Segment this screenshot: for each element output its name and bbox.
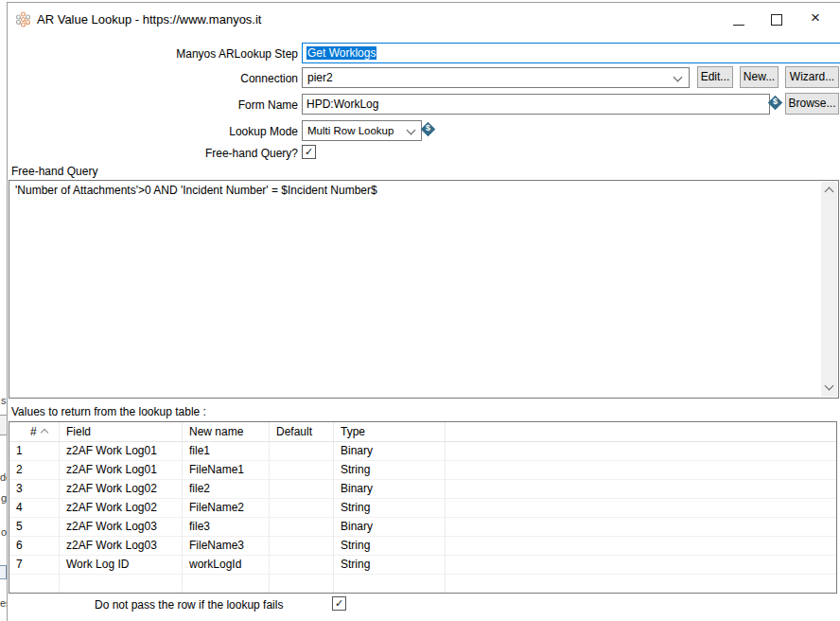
table-cell[interactable]: 2 (9, 461, 60, 479)
table-cell[interactable] (183, 575, 270, 593)
table-cell[interactable]: Binary (334, 518, 446, 536)
table-cell[interactable]: String (334, 461, 446, 479)
connection-label: Connection (133, 72, 298, 85)
column-header-number[interactable]: # (9, 422, 60, 441)
lookup-table-label: Values to return from the lookup table : (11, 405, 206, 418)
table-cell[interactable]: Binary (334, 480, 446, 498)
chevron-down-icon (407, 126, 416, 135)
column-header-filler (446, 422, 836, 441)
close-icon: × (811, 9, 820, 27)
table-row[interactable]: 6z2AF Work Log03FileName3String (9, 537, 836, 556)
table-row[interactable]: 3z2AF Work Log02file2Binary (9, 480, 836, 499)
table-cell[interactable] (334, 575, 446, 593)
lookup-mode-label: Lookup Mode (133, 125, 298, 138)
window-title: AR Value Lookup - https://www.manyos.it (37, 12, 261, 27)
table-cell[interactable]: 7 (9, 556, 60, 574)
no-pass-row-checkbox[interactable]: ✓ (332, 596, 346, 611)
title-bar[interactable]: AR Value Lookup - https://www.manyos.it … (8, 3, 840, 35)
table-body: 1z2AF Work Log01file1Binary2z2AF Work Lo… (9, 442, 836, 594)
wizard-button[interactable]: Wizard... (785, 66, 839, 88)
table-cell-filler (446, 518, 836, 536)
form-name-label: Form Name (133, 98, 298, 112)
ar-value-lookup-dialog: AR Value Lookup - https://www.manyos.it … (7, 2, 840, 621)
table-cell[interactable]: Binary (334, 442, 446, 460)
lookup-mode-value: Multi Row Lookup (307, 125, 394, 136)
table-cell[interactable]: 3 (9, 480, 60, 498)
column-header-field[interactable]: Field (60, 422, 183, 441)
table-cell[interactable]: z2AF Work Log02 (60, 499, 183, 517)
table-cell[interactable]: FileName1 (183, 461, 270, 479)
table-cell[interactable]: workLogId (183, 556, 270, 574)
table-cell-filler (446, 575, 836, 593)
table-cell[interactable]: 5 (9, 518, 60, 536)
table-cell[interactable] (270, 461, 334, 479)
table-cell[interactable]: 6 (9, 537, 60, 555)
app-logo-icon (15, 11, 31, 27)
table-cell[interactable] (60, 575, 183, 593)
form-name-input[interactable]: HPD:WorkLog (302, 94, 770, 115)
table-cell[interactable]: z2AF Work Log02 (60, 480, 183, 498)
background-text-fragment: s (1, 395, 7, 406)
table-cell[interactable]: z2AF Work Log03 (60, 518, 183, 536)
table-cell[interactable] (270, 537, 334, 555)
table-cell[interactable] (270, 480, 334, 498)
table-row[interactable] (9, 575, 836, 594)
column-header-default[interactable]: Default (270, 422, 334, 441)
freehand-query-label: Free-hand Query? (133, 147, 298, 160)
table-cell-filler (446, 556, 836, 574)
table-row[interactable]: 4z2AF Work Log02FileName2String (9, 499, 836, 518)
form-name-value: HPD:WorkLog (306, 98, 378, 111)
column-header-type[interactable]: Type (334, 422, 446, 441)
no-pass-row-label: Do not pass the row if the lookup fails (95, 598, 283, 612)
connection-select[interactable]: pier2 (302, 67, 690, 88)
checkmark-icon: ✓ (335, 597, 343, 609)
table-cell[interactable]: z2AF Work Log01 (60, 461, 183, 479)
freehand-query-checkbox[interactable]: ✓ (302, 145, 316, 159)
table-cell[interactable]: file3 (183, 518, 270, 536)
edit-button[interactable]: Edit... (697, 66, 733, 88)
table-cell[interactable]: FileName2 (183, 499, 270, 517)
table-cell[interactable]: FileName3 (183, 537, 270, 555)
table-cell[interactable]: String (334, 556, 446, 574)
close-button[interactable]: × (802, 3, 834, 35)
table-row[interactable]: 2z2AF Work Log01FileName1String (9, 461, 836, 480)
table-row[interactable]: 7Work Log IDworkLogIdString (9, 556, 836, 575)
freehand-query-textarea[interactable]: 'Number of Attachments'>0 AND 'Incident … (9, 180, 839, 399)
lookup-mode-select[interactable]: Multi Row Lookup (302, 120, 422, 141)
sort-ascending-icon (41, 429, 48, 436)
table-cell[interactable]: Work Log ID (60, 556, 183, 574)
table-cell-filler (446, 499, 836, 517)
step-name-input[interactable]: Get Worklogs (302, 43, 840, 63)
table-cell[interactable]: 1 (9, 442, 60, 460)
table-cell[interactable]: z2AF Work Log03 (60, 537, 183, 555)
table-cell[interactable]: z2AF Work Log01 (60, 442, 183, 460)
column-header-newname[interactable]: New name (183, 422, 270, 441)
table-row[interactable]: 5z2AF Work Log03file3Binary (9, 518, 836, 537)
table-cell[interactable]: String (334, 537, 446, 555)
lookup-values-table[interactable]: # Field New name Default Type 1z2AF Work… (9, 421, 837, 594)
table-cell[interactable] (270, 499, 334, 517)
table-cell-filler (446, 537, 836, 555)
query-text: 'Number of Attachments'>0 AND 'Incident … (15, 184, 817, 197)
minimize-button[interactable] (723, 3, 755, 35)
background-box-fragment (0, 565, 7, 579)
table-row[interactable]: 1z2AF Work Log01file1Binary (9, 442, 836, 461)
table-cell[interactable] (270, 556, 334, 574)
table-cell[interactable] (9, 575, 60, 593)
new-button[interactable]: New... (740, 66, 779, 88)
table-cell[interactable] (270, 518, 334, 536)
table-cell[interactable]: 4 (9, 499, 60, 517)
table-cell[interactable] (270, 575, 334, 593)
query-section-label: Free-hand Query (11, 165, 97, 178)
table-cell[interactable]: file1 (183, 442, 270, 460)
table-cell[interactable] (270, 442, 334, 460)
browse-button[interactable]: Browse... (785, 93, 839, 115)
minimize-icon (733, 25, 744, 26)
selected-text: Get Worklogs (306, 46, 376, 60)
maximize-button[interactable] (761, 3, 793, 35)
table-cell[interactable]: file2 (183, 480, 270, 498)
table-cell[interactable]: String (334, 499, 446, 517)
table-header-row[interactable]: # Field New name Default Type (9, 422, 836, 442)
vertical-scrollbar[interactable] (821, 182, 837, 397)
connection-value: pier2 (307, 71, 333, 84)
